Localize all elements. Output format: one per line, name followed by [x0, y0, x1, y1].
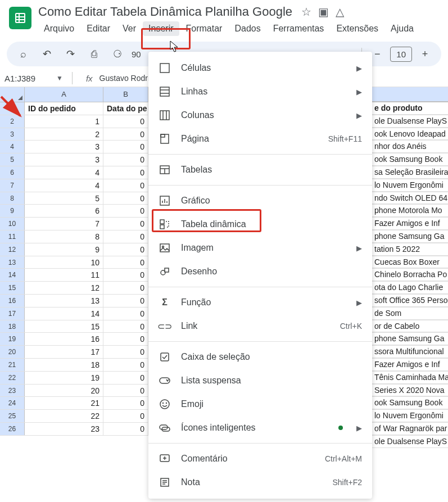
cell[interactable]: 0 [103, 423, 148, 435]
name-box[interactable]: A1:J389 [4, 74, 49, 83]
cell[interactable]: lo Nuvem Ergonômi [372, 409, 448, 422]
cell[interactable]: 4 [25, 179, 103, 192]
cell[interactable]: 0 [103, 141, 148, 153]
cell[interactable]: 0 [103, 153, 148, 166]
row-header[interactable]: 14 [0, 269, 25, 281]
cell[interactable]: 0 [103, 320, 148, 333]
row-header[interactable]: 26 [0, 423, 25, 435]
sheets-logo[interactable] [9, 7, 31, 29]
cell[interactable]: ssora Multifuncional [372, 345, 448, 358]
row-header[interactable]: 11 [0, 230, 25, 243]
cell[interactable]: 0 [103, 205, 148, 217]
menu-rows[interactable]: Linhas ▶ [148, 80, 372, 103]
cell[interactable]: or de Cabelo [372, 320, 448, 333]
cell[interactable]: ook Samsung Book [372, 153, 448, 166]
cell[interactable]: lo Nuvem Ergonômi [372, 179, 448, 192]
cell[interactable]: 0 [103, 218, 148, 230]
menu-ferramentas[interactable]: Ferramentas [268, 21, 330, 36]
cell[interactable]: 11 [25, 269, 103, 281]
cell[interactable]: 14 [25, 307, 103, 320]
row-header[interactable]: 23 [0, 385, 25, 397]
select-all-corner[interactable] [0, 87, 25, 102]
header-cell[interactable]: e do produto [372, 102, 448, 115]
row-header[interactable]: 8 [0, 192, 25, 205]
undo-icon[interactable]: ↶ [37, 44, 56, 64]
cell[interactable]: 5 [25, 192, 103, 205]
cell[interactable]: 0 [103, 282, 148, 294]
menu-smart-chips[interactable]: Ícones inteligentes ▶ [148, 416, 372, 440]
document-title[interactable]: Como Editar Tabela Dinâmica Planilha Goo… [38, 4, 292, 19]
menu-function[interactable]: Σ Função ▶ [148, 291, 372, 314]
row-header[interactable]: 4 [0, 141, 25, 153]
cell[interactable]: 0 [103, 372, 148, 384]
menu-link[interactable]: ⊂⊃ Link Ctrl+K [148, 314, 372, 338]
cell[interactable]: 18 [25, 359, 103, 371]
cell[interactable]: phone Samsung Ga [372, 332, 448, 345]
cell[interactable]: 0 [103, 333, 148, 345]
row-header[interactable]: 6 [0, 166, 25, 179]
menu-inserir[interactable]: Inserir [143, 21, 179, 36]
cell[interactable]: 13 [25, 295, 103, 307]
formula-bar[interactable]: Gustavo Rodri [99, 74, 150, 83]
menu-note[interactable]: Nota Shift+F2 [148, 471, 372, 494]
menu-ver[interactable]: Ver [117, 21, 142, 36]
menu-tables[interactable]: Tabelas [148, 158, 372, 182]
row-header[interactable]: 17 [0, 307, 25, 320]
menu-checkbox[interactable]: Caixa de seleção [148, 345, 372, 369]
column-header-b[interactable]: B [103, 87, 148, 102]
row-header[interactable]: 22 [0, 372, 25, 384]
cell[interactable]: 0 [103, 230, 148, 243]
header-cell[interactable]: ID do pedido [25, 102, 103, 115]
row-header[interactable]: 18 [0, 320, 25, 333]
cell[interactable]: 9 [25, 243, 103, 256]
star-icon[interactable]: ☆ [301, 5, 311, 19]
cell[interactable]: nhor dos Anéis [372, 140, 448, 153]
search-icon[interactable]: ⌕ [13, 44, 33, 64]
row-header[interactable]: 2 [0, 115, 25, 128]
cell[interactable]: ook Samsung Book [372, 396, 448, 409]
cell[interactable]: 0 [103, 307, 148, 320]
cell[interactable]: de Som [372, 307, 448, 320]
font-size-input[interactable]: 10 [390, 47, 412, 62]
cell[interactable]: 0 [103, 346, 148, 358]
cell[interactable]: 23 [25, 423, 103, 435]
cell[interactable]: ndo Switch OLED 64 [372, 192, 448, 205]
cell[interactable]: sa Seleção Brasileira [372, 166, 448, 179]
cell[interactable]: ole Dualsense PlayS [372, 435, 448, 448]
cell[interactable]: 21 [25, 397, 103, 409]
cell[interactable]: 1 [25, 115, 103, 128]
paint-format-icon[interactable]: ⚆ [108, 44, 127, 64]
cell[interactable]: 4 [25, 166, 103, 179]
cell[interactable]: 12 [25, 282, 103, 294]
cell[interactable]: 20 [25, 385, 103, 397]
cell[interactable]: 0 [103, 115, 148, 128]
menu-drawing[interactable]: Desenho [148, 260, 372, 283]
menu-emoji[interactable]: Emoji [148, 392, 372, 416]
cell[interactable]: 3 [25, 141, 103, 153]
cell[interactable]: Series X 2020 Nova [372, 384, 448, 397]
row-header[interactable]: 19 [0, 333, 25, 345]
menu-chart[interactable]: Gráfico [148, 189, 372, 212]
menu-formatar[interactable]: Formatar [180, 21, 228, 36]
cell[interactable]: of War Ragnarök par [372, 422, 448, 435]
row-header[interactable]: 13 [0, 256, 25, 269]
cell[interactable]: 8 [25, 230, 103, 243]
row-header[interactable]: 15 [0, 282, 25, 294]
row-header[interactable]: 10 [0, 218, 25, 230]
cell[interactable]: 16 [25, 333, 103, 345]
cell[interactable]: 2 [25, 128, 103, 141]
cell[interactable]: ota do Lago Charlie [372, 281, 448, 294]
menu-comment[interactable]: Comentário Ctrl+Alt+M [148, 447, 372, 471]
header-cell[interactable]: Data do pe [103, 102, 148, 115]
row-header[interactable]: 12 [0, 243, 25, 256]
namebox-dropdown-icon[interactable]: ▼ [56, 74, 63, 82]
row-header[interactable]: 16 [0, 295, 25, 307]
cell[interactable]: ole Dualsense PlayS [372, 115, 448, 128]
menu-cells[interactable]: Células ▶ [148, 56, 372, 80]
menu-arquivo[interactable]: Arquivo [38, 21, 80, 36]
print-icon[interactable]: ⎙ [84, 44, 103, 64]
font-size-plus[interactable]: + [415, 44, 435, 64]
row-header[interactable]: 9 [0, 205, 25, 217]
cell[interactable]: 0 [103, 397, 148, 409]
cell[interactable]: tation 5 2022 [372, 243, 448, 256]
